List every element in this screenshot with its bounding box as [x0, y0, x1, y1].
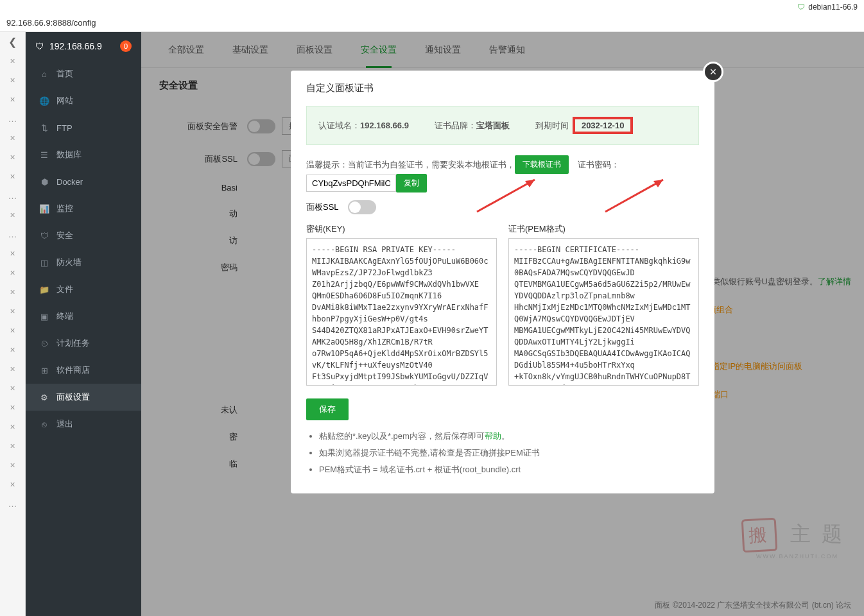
sidebar-item-label: 数据库	[56, 149, 82, 160]
panel-ssl-toggle[interactable]	[348, 200, 376, 214]
pem-cert-textarea[interactable]	[508, 238, 699, 386]
cert-pwd-label: 证书密码：	[578, 159, 619, 171]
bullet-item: 如果浏览器提示证书链不完整,请检查是否正确拼接PEM证书	[319, 447, 699, 459]
tab-close[interactable]: ×	[0, 398, 25, 417]
tab-close[interactable]: ×	[0, 128, 25, 148]
domain-label: 认证域名：	[318, 120, 360, 132]
monitor-icon: 📊	[37, 204, 51, 214]
home-icon: ⌂	[37, 69, 51, 79]
panel-ssl-row: 面板SSL	[306, 200, 699, 214]
content-area: 全部设置 基础设置 面板设置 安全设置 通知设置 告警通知 安全设置 面板安全告…	[141, 32, 864, 616]
sidebar-item-appstore[interactable]: ⊞软件商店	[26, 357, 141, 384]
sidebar-item-docker[interactable]: ⬢Docker	[26, 168, 141, 195]
modal-title: 自定义面板证书	[291, 71, 714, 106]
sidebar-item-panel-settings[interactable]: ⚙面板设置	[26, 384, 141, 411]
tab-close[interactable]: ×	[0, 340, 25, 359]
tab-close[interactable]: ×	[0, 436, 25, 456]
tab-close[interactable]: ×	[0, 379, 25, 398]
sidebar-item-cron[interactable]: ⏲计划任务	[26, 330, 141, 357]
cert-info-banner: 认证域名： 192.168.66.9 证书品牌： 宝塔面板 到期时间 2032-…	[306, 106, 699, 145]
sidebar-ip: 192.168.66.9	[49, 41, 102, 51]
sidebar-item-label: FTP	[56, 123, 73, 133]
tab-close[interactable]: ×	[0, 359, 25, 379]
tab-close[interactable]: ×	[0, 475, 25, 494]
shield-icon: 🛡	[35, 41, 44, 51]
modal-overlay: × 自定义面板证书 认证域名： 192.168.66.9 证书品牌： 宝塔面板 …	[141, 32, 864, 616]
expire-label: 到期时间	[535, 120, 569, 132]
tab-more: …	[0, 109, 25, 128]
sidebar-item-label: 安全	[56, 230, 73, 241]
host-label: debian11-66.9	[808, 3, 858, 12]
sidebar-header: 🛡 192.168.66.9 0	[26, 32, 141, 60]
sidebar-item-ftp[interactable]: ⇅FTP	[26, 114, 141, 141]
brand-label: 证书品牌：	[435, 120, 476, 132]
tab-close[interactable]: ×	[0, 321, 25, 340]
sidebar-item-website[interactable]: 🌐网站	[26, 87, 141, 114]
tab-close[interactable]: ×	[0, 148, 25, 167]
brand-value: 宝塔面板	[476, 120, 510, 132]
tab-close[interactable]: ×	[0, 282, 25, 302]
tab-more: …	[0, 225, 25, 244]
sidebar-item-security[interactable]: 🛡安全	[26, 222, 141, 249]
sidebar-item-terminal[interactable]: ▣终端	[26, 303, 141, 330]
help-bullets: 粘贴您的*.key以及*.pem内容，然后保存即可帮助。 如果浏览器提示证书链不…	[306, 431, 699, 475]
globe-icon: 🌐	[37, 96, 51, 106]
logout-icon: ⎋	[37, 420, 51, 429]
url-bar[interactable]: 92.168.66.9:8888/config	[0, 14, 864, 32]
apps-icon: ⊞	[37, 366, 51, 375]
tip-text: 当前证书为自签证书，需要安装本地根证书，	[348, 159, 515, 171]
sidebar-item-label: Docker	[56, 177, 83, 187]
tab-close[interactable]: ×	[0, 244, 25, 263]
sidebar-item-home[interactable]: ⌂首页	[26, 60, 141, 87]
tab-close[interactable]: ×	[0, 205, 25, 225]
ftp-icon: ⇅	[37, 123, 51, 133]
sidebar-item-label: 防火墙	[56, 257, 82, 268]
close-icon[interactable]: ×	[703, 62, 723, 82]
sidebar-item-database[interactable]: ☰数据库	[26, 141, 141, 168]
terminal-icon: ▣	[37, 312, 51, 321]
shield-icon: 🛡	[37, 231, 51, 241]
private-key-textarea[interactable]	[306, 238, 497, 386]
tab-close[interactable]: ×	[0, 263, 25, 282]
browser-tab-strip: ❮ × × × … × × × … × … × × × × × × × × × …	[0, 32, 26, 616]
panel-ssl-label: 面板SSL	[306, 201, 339, 213]
cert-modal: × 自定义面板证书 认证域名： 192.168.66.9 证书品牌： 宝塔面板 …	[291, 71, 714, 493]
save-button[interactable]: 保存	[306, 398, 349, 420]
tab-more: …	[0, 186, 25, 205]
tab-close[interactable]: ×	[0, 90, 25, 109]
sidebar-item-label: 文件	[56, 284, 73, 295]
folder-icon: 📁	[37, 285, 51, 295]
top-bar: 🛡 debian11-66.9	[0, 0, 864, 14]
sidebar-item-firewall[interactable]: ◫防火墙	[26, 249, 141, 276]
sidebar-item-label: 首页	[56, 68, 73, 80]
sidebar-item-label: 软件商店	[56, 364, 90, 376]
database-icon: ☰	[37, 150, 51, 160]
tab-more: …	[0, 494, 25, 513]
copy-button[interactable]: 复制	[396, 174, 427, 193]
schedule-icon: ⏲	[37, 339, 51, 348]
sidebar-item-monitor[interactable]: 📊监控	[26, 195, 141, 222]
sidebar-item-label: 退出	[56, 418, 73, 430]
pem-label: 证书(PEM格式)	[508, 223, 699, 235]
tip-row: 温馨提示： 当前证书为自签证书，需要安装本地根证书， 下载根证书 证书密码： 复…	[306, 155, 699, 193]
notification-badge[interactable]: 0	[120, 40, 132, 52]
sidebar-item-label: 计划任务	[56, 338, 90, 349]
tab-close[interactable]: ×	[0, 71, 25, 90]
sidebar-item-label: 监控	[56, 203, 73, 214]
back-button[interactable]: ❮	[0, 32, 25, 51]
shield-icon: 🛡	[797, 3, 805, 12]
tab-close[interactable]: ×	[0, 417, 25, 436]
url-text: 92.168.66.9:8888/config	[6, 18, 96, 28]
tab-close[interactable]: ×	[0, 456, 25, 475]
download-root-cert-button[interactable]: 下载根证书	[515, 155, 569, 174]
sidebar-item-file[interactable]: 📁文件	[26, 276, 141, 303]
help-link[interactable]: 帮助	[485, 431, 501, 441]
sidebar-item-label: 面板设置	[56, 391, 90, 403]
firewall-icon: ◫	[37, 258, 51, 268]
tab-close[interactable]: ×	[0, 167, 25, 186]
tip-label: 温馨提示：	[306, 159, 348, 171]
sidebar-item-logout[interactable]: ⎋退出	[26, 411, 141, 438]
tab-close[interactable]: ×	[0, 51, 25, 71]
cert-password-input[interactable]	[306, 175, 396, 192]
tab-close[interactable]: ×	[0, 302, 25, 321]
